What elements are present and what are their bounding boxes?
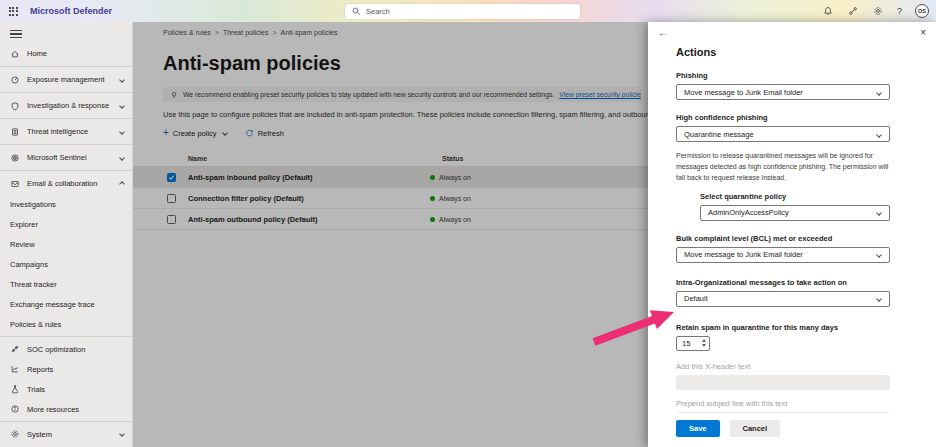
chevron-down-icon xyxy=(876,132,882,138)
search-icon xyxy=(352,7,361,16)
search-input[interactable]: Search xyxy=(345,4,580,19)
sidebar-item-trials[interactable]: Trials xyxy=(0,379,132,399)
retain-days-input[interactable]: 15 xyxy=(676,336,710,351)
gear-icon[interactable] xyxy=(872,6,884,16)
sidebar-item-exchange-message-trace[interactable]: Exchange message trace xyxy=(0,294,132,314)
sidebar-item-explorer[interactable]: Explorer xyxy=(0,214,132,234)
sidebar-item-home[interactable]: Home xyxy=(0,43,132,64)
chevron-down-icon xyxy=(876,252,882,258)
phishing-label: Phishing xyxy=(676,71,890,80)
divider xyxy=(0,144,132,145)
actions-flyout-panel: ← × Actions Phishing Move message to Jun… xyxy=(648,22,936,447)
link-icon[interactable] xyxy=(847,6,859,16)
number-stepper[interactable] xyxy=(699,337,709,350)
help-icon[interactable]: ? xyxy=(897,6,902,16)
sidebar-item-threat-tracker[interactable]: Threat tracker xyxy=(0,274,132,294)
sidebar-item-policies-rules[interactable]: Policies & rules xyxy=(0,314,132,334)
panel-body: Actions Phishing Move message to Junk Em… xyxy=(648,46,936,443)
sidebar-item-campaigns[interactable]: Campaigns xyxy=(0,254,132,274)
stepper-up-icon xyxy=(702,339,706,342)
divider xyxy=(0,92,132,93)
gear-icon xyxy=(10,429,20,439)
divider xyxy=(0,118,132,119)
chart-icon xyxy=(10,364,20,374)
sidebar-item-review[interactable]: Review xyxy=(0,234,132,254)
chevron-up-icon xyxy=(119,181,125,187)
sidebar-item-system[interactable]: System xyxy=(0,424,132,444)
sidebar-item-email-collaboration[interactable]: Email & collaboration xyxy=(0,173,132,194)
sidebar-item-reports[interactable]: Reports xyxy=(0,359,132,379)
chevron-down-icon xyxy=(119,77,125,83)
high-confidence-phishing-label: High confidence phishing xyxy=(676,113,890,122)
chevron-down-icon xyxy=(876,90,882,96)
search-placeholder: Search xyxy=(366,7,390,16)
retain-days-label: Retain spam in quarantine for this many … xyxy=(676,323,890,332)
panel-title: Actions xyxy=(676,46,890,58)
sidebar: Home Exposure management Investigation &… xyxy=(0,22,133,447)
divider xyxy=(0,421,132,422)
panel-topbar: ← × xyxy=(648,22,936,44)
waffle-icon[interactable] xyxy=(3,0,23,22)
top-icon-group: ? OS xyxy=(822,0,929,22)
close-icon[interactable]: × xyxy=(920,28,926,38)
sidebar-item-threat-intelligence[interactable]: Threat intelligence xyxy=(0,121,132,142)
bcl-dropdown[interactable]: Move message to Junk Email folder xyxy=(676,247,890,263)
modal-dim-overlay xyxy=(133,22,648,447)
document-icon xyxy=(10,127,20,137)
bell-icon[interactable] xyxy=(822,6,834,16)
chevron-down-icon xyxy=(876,210,882,216)
bcl-label: Bulk complaint level (BCL) met or exceed… xyxy=(676,234,890,243)
hamburger-menu-icon[interactable] xyxy=(10,30,22,38)
chevron-down-icon xyxy=(119,155,125,161)
chevron-down-icon xyxy=(119,103,125,109)
prepend-subject-label: Prepend subject line with this text xyxy=(676,399,890,408)
intra-org-label: Intra-Organizational messages to take ac… xyxy=(676,278,890,287)
sentinel-icon xyxy=(10,153,20,163)
panel-footer: Save Cancel xyxy=(648,413,936,447)
stepper-down-icon xyxy=(702,344,706,347)
shield-icon xyxy=(10,101,20,111)
chevron-down-icon xyxy=(119,129,125,135)
quarantine-note: Permission to release quarantined messag… xyxy=(676,151,890,184)
app-title: Microsoft Defender xyxy=(30,6,112,16)
chevron-down-icon xyxy=(119,431,125,437)
cancel-button[interactable]: Cancel xyxy=(730,420,781,437)
x-header-input xyxy=(676,375,890,390)
avatar[interactable]: OS xyxy=(915,4,929,18)
envelope-icon xyxy=(10,179,20,189)
back-icon[interactable]: ← xyxy=(658,28,668,38)
sidebar-item-microsoft-sentinel[interactable]: Microsoft Sentinel xyxy=(0,147,132,168)
select-quarantine-policy-label: Select quarantine policy xyxy=(700,192,890,201)
x-header-label: Add this X-header text xyxy=(676,362,890,371)
high-confidence-phishing-dropdown[interactable]: Quarantine message xyxy=(676,126,890,142)
sidebar-item-investigation-response[interactable]: Investigation & response xyxy=(0,95,132,116)
home-icon xyxy=(10,49,20,59)
soc-optimization-icon xyxy=(10,344,20,354)
quarantine-policy-dropdown[interactable]: AdminOnlyAccessPolicy xyxy=(700,205,890,221)
sidebar-item-soc-optimization[interactable]: SOC optimization xyxy=(0,339,132,359)
sidebar-item-more-resources[interactable]: More resources xyxy=(0,399,132,419)
main-content: Policies & rules > Threat policies > Ant… xyxy=(133,22,648,447)
sidebar-item-investigations[interactable]: Investigations xyxy=(0,194,132,214)
intra-org-dropdown[interactable]: Default xyxy=(676,291,890,307)
beaker-icon xyxy=(10,384,20,394)
phishing-dropdown[interactable]: Move message to Junk Email folder xyxy=(676,84,890,100)
info-icon xyxy=(10,404,20,414)
exposure-management-icon xyxy=(10,75,20,85)
divider xyxy=(0,66,132,67)
divider xyxy=(0,170,132,171)
chevron-down-icon xyxy=(876,296,882,302)
divider xyxy=(0,336,132,337)
top-header: Microsoft Defender Search ? OS xyxy=(0,0,936,22)
save-button[interactable]: Save xyxy=(676,420,720,437)
app-window: Microsoft Defender Search ? OS xyxy=(0,0,936,447)
sidebar-item-exposure-management[interactable]: Exposure management xyxy=(0,69,132,90)
